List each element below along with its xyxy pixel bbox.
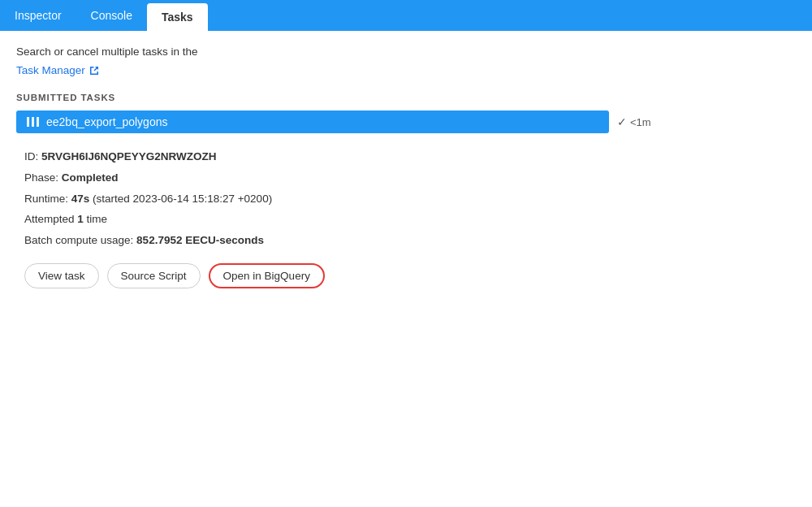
task-list-icon xyxy=(26,117,40,127)
task-batch-line: Batch compute usage: 852.7952 EECU-secon… xyxy=(24,230,788,251)
open-bigquery-button[interactable]: Open in BigQuery xyxy=(209,263,325,288)
task-item[interactable]: ee2bq_export_polygons xyxy=(16,110,609,133)
task-runtime-value: 47s xyxy=(71,193,90,205)
task-id-line: ID: 5RVGH6IJ6NQPEYYG2NRWZOZH xyxy=(24,146,788,167)
tab-bar: Inspector Console Tasks xyxy=(0,0,812,31)
task-row: ee2bq_export_polygons ✓ <1m xyxy=(16,110,796,133)
task-details: ID: 5RVGH6IJ6NQPEYYG2NRWZOZH Phase: Comp… xyxy=(16,146,796,250)
task-runtime-extra: (started 2023-06-14 15:18:27 +0200) xyxy=(93,193,272,205)
section-title: SUBMITTED TASKS xyxy=(16,93,796,102)
action-buttons: View task Source Script Open in BigQuery xyxy=(16,263,796,288)
task-manager-link[interactable]: Task Manager xyxy=(16,64,100,76)
checkmark-icon: ✓ xyxy=(617,115,627,128)
task-batch-value: 852.7952 EECU-seconds xyxy=(136,234,264,246)
task-status: ✓ <1m xyxy=(617,115,651,128)
task-phase-value: Completed xyxy=(62,171,119,184)
task-runtime-line: Runtime: 47s (started 2023-06-14 15:18:2… xyxy=(24,188,788,210)
task-attempted-value: 1 xyxy=(77,213,84,225)
tab-inspector[interactable]: Inspector xyxy=(0,0,76,31)
tab-tasks[interactable]: Tasks xyxy=(147,3,208,31)
tab-console[interactable]: Console xyxy=(76,0,147,31)
task-time: <1m xyxy=(630,116,651,128)
task-id-value: 5RVGH6IJ6NQPEYYG2NRWZOZH xyxy=(41,150,217,162)
description-line1: Search or cancel multiple tasks in the xyxy=(16,44,796,60)
task-name: ee2bq_export_polygons xyxy=(46,115,167,128)
external-link-icon xyxy=(89,65,100,76)
view-task-button[interactable]: View task xyxy=(24,263,99,288)
task-phase-line: Phase: Completed xyxy=(24,167,788,188)
main-content: Search or cancel multiple tasks in the T… xyxy=(0,31,812,301)
task-attempted-line: Attempted 1 time xyxy=(24,209,788,230)
source-script-button[interactable]: Source Script xyxy=(107,263,201,288)
